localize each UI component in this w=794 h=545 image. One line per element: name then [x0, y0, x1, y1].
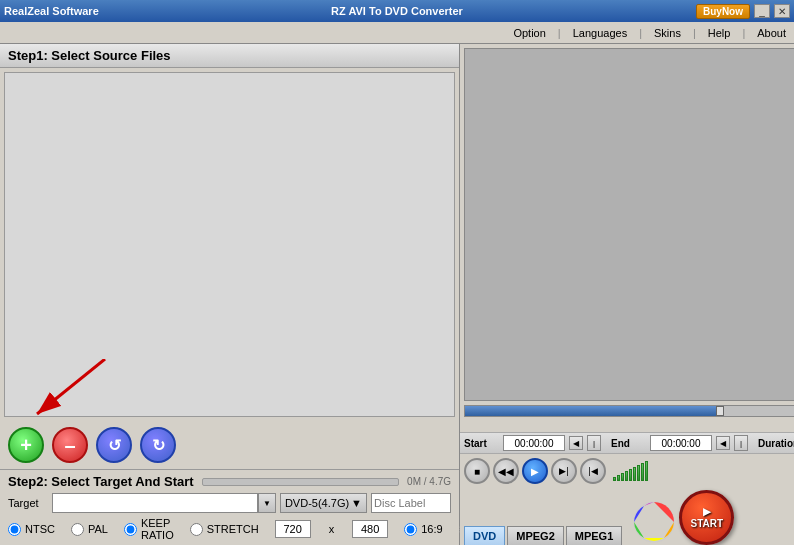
- title-bar-controls: BuyNow _ ✕: [696, 4, 790, 19]
- disc-dropdown-arrow: ▼: [351, 497, 362, 509]
- down-arrow-icon: ↻: [152, 436, 165, 455]
- pal-label: PAL: [88, 523, 108, 535]
- end-set-button[interactable]: |: [734, 435, 748, 451]
- disc-size-dropdown[interactable]: DVD-5(4.7G) ▼: [280, 493, 367, 513]
- buynow-button[interactable]: BuyNow: [696, 4, 750, 19]
- start-tc-input[interactable]: 00:00:00: [503, 435, 565, 451]
- step2-label: Step2: Select Target And Start: [8, 474, 194, 489]
- skip-backward-button[interactable]: |◀: [580, 458, 606, 484]
- timecode-row: Start 00:00:00 ◀ | End 00:00:00 ◀ | Dura…: [460, 432, 794, 454]
- menu-help[interactable]: Help: [704, 25, 735, 41]
- app-title: RZ AVI To DVD Converter: [331, 5, 463, 17]
- seekbar[interactable]: [464, 405, 794, 417]
- height-input[interactable]: 480: [352, 520, 388, 538]
- dvd-tab[interactable]: DVD: [464, 526, 505, 545]
- preview-area: [464, 48, 794, 401]
- skip-forward-button[interactable]: ▶|: [551, 458, 577, 484]
- stretch-radio[interactable]: [190, 523, 203, 536]
- start-tc-label: Start: [464, 438, 499, 449]
- menu-skins[interactable]: Skins: [650, 25, 685, 41]
- file-list-area[interactable]: [4, 72, 455, 417]
- start-set-button[interactable]: |: [587, 435, 601, 451]
- minus-icon: –: [64, 434, 75, 457]
- ratio-169-option: 16:9: [404, 523, 442, 536]
- step1-header: Step1: Select Source Files: [0, 44, 459, 68]
- target-dropdown-button[interactable]: ▼: [258, 493, 276, 513]
- ratio-169-label: 16:9: [421, 523, 442, 535]
- start-prev-button[interactable]: ◀: [569, 436, 583, 450]
- disc-label-input[interactable]: [371, 493, 451, 513]
- progress-bar: [202, 478, 399, 486]
- main-container: Step1: Select Source Files + –: [0, 44, 794, 545]
- plus-icon: +: [20, 434, 32, 457]
- step2-row: Step2: Select Target And Start 0M / 4.7G: [8, 474, 451, 489]
- duration-tc-label: Duration: [758, 438, 794, 449]
- up-arrow-icon: ↺: [108, 436, 121, 455]
- end-tc-input[interactable]: 00:00:00: [650, 435, 712, 451]
- minimize-button[interactable]: _: [754, 4, 770, 18]
- mpeg2-tab[interactable]: MPEG2: [507, 526, 564, 545]
- mpeg1-tab[interactable]: MPEG1: [566, 526, 623, 545]
- pal-option: PAL: [71, 523, 108, 536]
- stretch-option: STRETCH: [190, 523, 259, 536]
- right-panel: 00:00:00 00:00:00 Start 00:00:00 ◀ | End…: [460, 44, 794, 545]
- format-start-row: DVD MPEG2 MPEG1 ▶ START: [460, 488, 794, 545]
- seekbar-fill: [465, 406, 716, 416]
- pal-radio[interactable]: [71, 523, 84, 536]
- stop-button[interactable]: ■: [464, 458, 490, 484]
- keep-ratio-label: KEEP RATIO: [141, 517, 174, 541]
- color-wheel: [632, 500, 677, 545]
- seekbar-thumb[interactable]: [716, 406, 724, 416]
- target-input[interactable]: [52, 493, 258, 513]
- ntsc-label: NTSC: [25, 523, 55, 535]
- menu-languages[interactable]: Languages: [569, 25, 631, 41]
- menu-about[interactable]: About: [753, 25, 790, 41]
- ntsc-option: NTSC: [8, 523, 55, 536]
- end-tc-label: End: [611, 438, 646, 449]
- disc-size-label: DVD-5(4.7G): [285, 497, 349, 509]
- target-label: Target: [8, 497, 48, 509]
- target-row: Target ▼ DVD-5(4.7G) ▼: [8, 493, 451, 513]
- skip-forward-icon: ▶|: [559, 466, 568, 476]
- left-panel: Step1: Select Source Files + –: [0, 44, 460, 545]
- remove-file-button[interactable]: –: [52, 427, 88, 463]
- ratio-169-radio[interactable]: [404, 523, 417, 536]
- step2-section: Step2: Select Target And Start 0M / 4.7G…: [0, 469, 459, 545]
- options-row: NTSC PAL KEEP RATIO STRETCH 720 x 480: [8, 517, 451, 541]
- move-down-button[interactable]: ↻: [140, 427, 176, 463]
- transport-row: ■ ◀◀ ▶ ▶| |◀: [460, 454, 794, 488]
- skip-backward-icon: |◀: [588, 466, 597, 476]
- toolbar-wrapper: + – ↺ ↻: [0, 421, 459, 469]
- rewind-button[interactable]: ◀◀: [493, 458, 519, 484]
- stop-icon: ■: [474, 466, 480, 477]
- svg-point-3: [646, 514, 662, 530]
- progress-text: 0M / 4.7G: [407, 476, 451, 487]
- menu-bar: Option | Languages | Skins | Help | Abou…: [0, 22, 794, 44]
- play-icon: ▶: [531, 466, 539, 477]
- rewind-icon: ◀◀: [498, 466, 514, 477]
- start-label: START: [690, 518, 723, 529]
- toolbar-section: + – ↺ ↻: [0, 421, 459, 469]
- app-company: RealZeal Software: [4, 5, 99, 17]
- x-separator: x: [329, 523, 335, 535]
- add-file-button[interactable]: +: [8, 427, 44, 463]
- keep-ratio-option: KEEP RATIO: [124, 517, 174, 541]
- stretch-label: STRETCH: [207, 523, 259, 535]
- end-prev-button[interactable]: ◀: [716, 436, 730, 450]
- menu-option[interactable]: Option: [509, 25, 549, 41]
- move-up-button[interactable]: ↺: [96, 427, 132, 463]
- keep-ratio-radio[interactable]: [124, 523, 137, 536]
- width-input[interactable]: 720: [275, 520, 311, 538]
- close-button[interactable]: ✕: [774, 4, 790, 18]
- time-row: 00:00:00 00:00:00: [460, 419, 794, 432]
- ntsc-radio[interactable]: [8, 523, 21, 536]
- play-button[interactable]: ▶: [522, 458, 548, 484]
- start-icon: ▶: [703, 506, 711, 517]
- start-button[interactable]: ▶ START: [679, 490, 734, 545]
- volume-bar[interactable]: [613, 461, 648, 481]
